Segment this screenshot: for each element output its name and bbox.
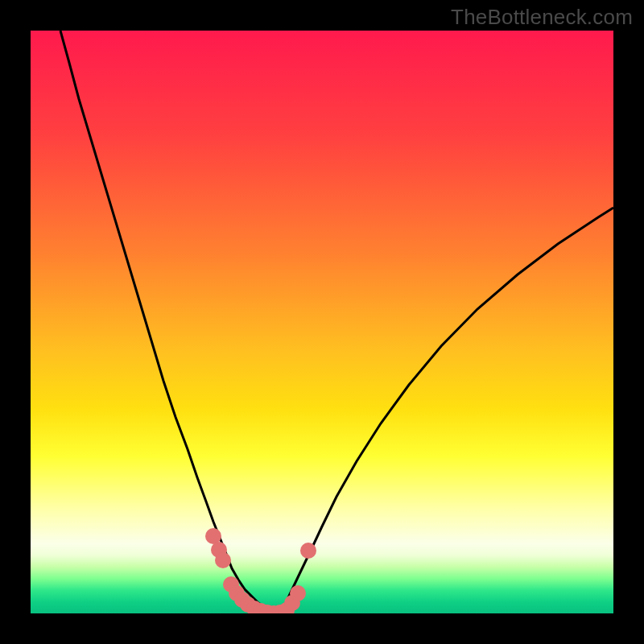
- right-curve: [279, 208, 613, 613]
- left-curve: [60, 31, 279, 613]
- marker-dot: [300, 543, 316, 559]
- marker-dot: [290, 585, 306, 601]
- marker-dot: [215, 552, 231, 568]
- watermark-text: TheBottleneck.com: [451, 5, 633, 30]
- curve-layer: [31, 31, 613, 613]
- plot-area: [31, 31, 613, 613]
- chart-frame: TheBottleneck.com: [0, 0, 644, 644]
